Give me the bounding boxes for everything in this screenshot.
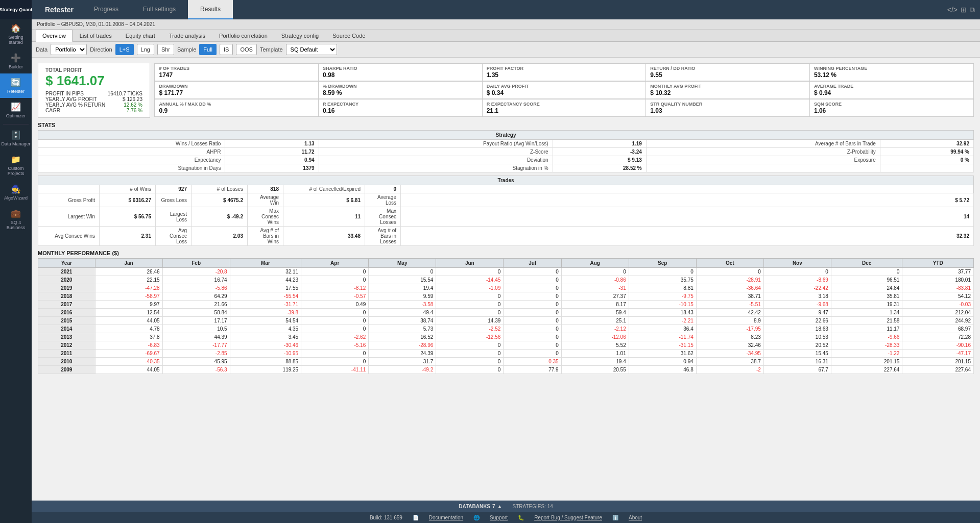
- monthly-cell-may: 5.73: [369, 325, 436, 333]
- tab-progress[interactable]: Progress: [82, 0, 131, 19]
- monthly-cell-jun: 0: [436, 366, 504, 374]
- monthly-cell-oct: -34.95: [696, 350, 763, 358]
- sidebar-item-data-manager[interactable]: 🗄️ Data Manager: [0, 126, 32, 151]
- monthly-cell-mar: -31.71: [230, 301, 301, 309]
- monthly-cell-year: 2021: [38, 268, 95, 276]
- code-icon[interactable]: </>: [947, 6, 958, 14]
- monthly-cell-mar: 44.23: [230, 276, 301, 284]
- monthly-row: 2010-40.3545.9588.85031.70-0.3519.40.943…: [38, 358, 974, 366]
- yearly-avg-value: $ 126.23: [123, 96, 142, 102]
- direction-ls-button[interactable]: L+S: [115, 44, 134, 55]
- support-link[interactable]: Support: [490, 515, 508, 520]
- sidebar-item-getting-started[interactable]: 🏠 Getting started: [0, 19, 32, 49]
- subtab-strategy-config[interactable]: Strategy config: [275, 30, 325, 42]
- template-select[interactable]: SQ Default: [286, 44, 337, 55]
- documentation-link[interactable]: Documentation: [429, 515, 463, 520]
- sample-oos-button[interactable]: OOS: [236, 44, 256, 55]
- monthly-cell-nov: 16.31: [763, 358, 831, 366]
- monthly-cell-ytd: 68.97: [902, 325, 974, 333]
- subtab-source-code[interactable]: Source Code: [326, 30, 372, 42]
- home-icon: 🏠: [11, 23, 21, 33]
- monthly-cell-oct: -2: [696, 366, 763, 374]
- grid-icon[interactable]: ⊞: [961, 6, 967, 14]
- monthly-cell-jun: 0: [436, 292, 504, 301]
- monthly-cell-oct: 38.71: [696, 292, 763, 301]
- total-profit-value: $ 1641.07: [45, 73, 142, 89]
- monthly-cell-jan: -40.35: [95, 358, 162, 366]
- metric-sqn: STR QUALITY NUMBER 1.03: [646, 99, 810, 117]
- metric-return-dd: RETURN / DD RATIO 9.55: [646, 63, 810, 81]
- window-icon[interactable]: ⧉: [970, 6, 975, 14]
- sample-is-button[interactable]: IS: [220, 44, 233, 55]
- data-select[interactable]: Portfolio: [51, 44, 87, 55]
- monthly-cell-jan: 26.46: [95, 268, 162, 276]
- monthly-cell-may: -28.96: [369, 341, 436, 350]
- monthly-cell-apr: 0: [301, 358, 369, 366]
- monthly-cell-dec: 11.17: [831, 325, 902, 333]
- build-info: Build: 131.659: [370, 515, 402, 520]
- direction-lng-button[interactable]: Lng: [137, 44, 154, 55]
- monthly-cell-mar: -10.95: [230, 350, 301, 358]
- plus-icon: ➕: [11, 53, 21, 63]
- support-icon: 🌐: [473, 515, 480, 520]
- monthly-cell-dec: 0: [831, 268, 902, 276]
- sidebar-divider: [3, 124, 29, 124]
- monthly-cell-aug: -2.12: [561, 325, 629, 333]
- monthly-cell-sep: -31.15: [629, 341, 696, 350]
- sidebar-item-retester[interactable]: 🔄 Retester: [0, 73, 32, 98]
- monthly-cell-sep: -9.75: [629, 292, 696, 301]
- monthly-cell-ytd: 201.15: [902, 358, 974, 366]
- sidebar-item-builder[interactable]: ➕ Builder: [0, 49, 32, 73]
- direction-shr-button[interactable]: Shr: [157, 44, 174, 55]
- about-link[interactable]: About: [629, 515, 642, 520]
- subtab-portfolio-correlation[interactable]: Portfolio correlation: [212, 30, 274, 42]
- stats-title: STATS: [38, 122, 974, 128]
- monthly-cell-ytd: 227.64: [902, 366, 974, 374]
- monthly-cell-jul: 0: [504, 301, 561, 309]
- sidebar-item-custom-projects[interactable]: 📁 Custom Projects: [0, 151, 32, 180]
- col-sep: Sep: [629, 259, 696, 268]
- monthly-row: 20179.9721.66-31.710.49-3.58008.17-10.15…: [38, 301, 974, 309]
- monthly-cell-apr: 0: [301, 276, 369, 284]
- monthly-cell-feb: 58.84: [162, 309, 230, 317]
- databanks-arrow[interactable]: ▲: [497, 504, 503, 509]
- col-jan: Jan: [95, 259, 162, 268]
- monthly-cell-mar: -55.54: [230, 292, 301, 301]
- info-icon: ℹ️: [612, 515, 618, 520]
- sidebar-item-sq4-business[interactable]: 💼 SQ 4 Business: [0, 205, 32, 234]
- monthly-cell-jun: 0: [436, 301, 504, 309]
- monthly-cell-oct: 8.23: [696, 333, 763, 341]
- optimizer-icon: 📈: [11, 102, 21, 112]
- monthly-cell-ytd: 37.77: [902, 268, 974, 276]
- yearly-pct-label: YEARLY AVG % RETURN: [45, 102, 105, 108]
- monthly-cell-apr: 0: [301, 268, 369, 276]
- total-profit-box: TOTAL PROFIT $ 1641.07 PROFIT IN PIPS 16…: [38, 63, 150, 118]
- monthly-cell-jan: 4.78: [95, 325, 162, 333]
- monthly-row: 201544.0517.1754.54038.7414.39025.1-2.21…: [38, 317, 974, 325]
- pip-label: PROFIT IN PIPS: [45, 91, 84, 96]
- monthly-cell-may: 16.52: [369, 333, 436, 341]
- subtab-equity-chart[interactable]: Equity chart: [119, 30, 162, 42]
- subtab-trade-analysis[interactable]: Trade analysis: [162, 30, 212, 42]
- tab-results[interactable]: Results: [188, 0, 233, 19]
- monthly-cell-jan: -6.83: [95, 341, 162, 350]
- subtab-overview[interactable]: Overview: [36, 30, 73, 42]
- app-logo: Strategy Quant: [0, 0, 32, 19]
- sample-full-button[interactable]: Full: [199, 44, 217, 55]
- monthly-cell-dec: -1.22: [831, 350, 902, 358]
- metric-r-score: R EXPECTANCY SCORE 21.1: [482, 99, 647, 117]
- monthly-cell-dec: 19.31: [831, 301, 902, 309]
- subtab-list-of-trades[interactable]: List of trades: [73, 30, 118, 42]
- monthly-cell-aug: 0: [561, 268, 629, 276]
- monthly-cell-oct: 32.46: [696, 341, 763, 350]
- monthly-cell-dec: 227.64: [831, 366, 902, 374]
- tab-full-settings[interactable]: Full settings: [131, 0, 188, 19]
- sidebar-item-optimizer[interactable]: 📈 Optimizer: [0, 98, 32, 122]
- col-aug: Aug: [561, 259, 629, 268]
- metric-sqn-score: SQN SCORE 1.06: [809, 99, 974, 117]
- filterbar: Data Portfolio Direction L+S Lng Shr Sam…: [32, 42, 980, 58]
- report-link[interactable]: Report Bug / Suggest Feature: [534, 515, 602, 520]
- sidebar-item-algowizard[interactable]: 🧙 AlgoWizard: [0, 180, 32, 205]
- monthly-cell-sep: 31.62: [629, 350, 696, 358]
- col-jun: Jun: [436, 259, 504, 268]
